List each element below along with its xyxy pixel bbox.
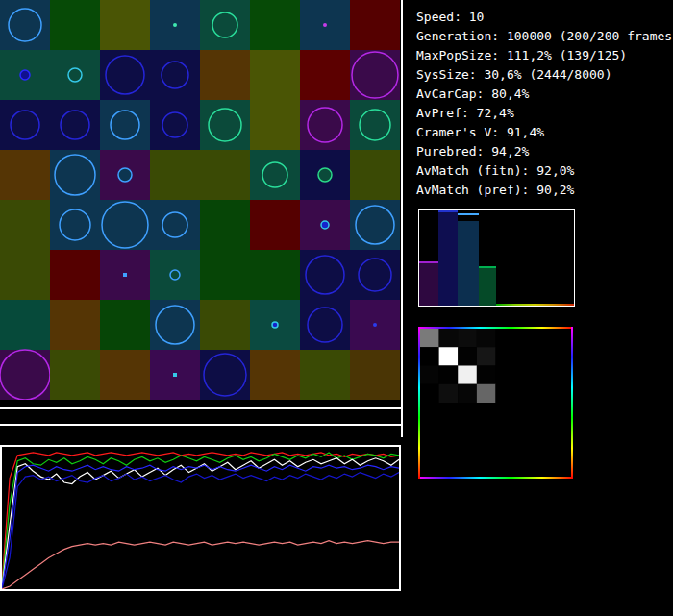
- matrix-cell: [514, 347, 534, 365]
- world-cell[interactable]: [350, 50, 400, 100]
- world-cell[interactable]: [300, 50, 350, 100]
- matrix-cell: [477, 384, 496, 403]
- population-bar-chart: m f: [418, 209, 575, 307]
- world-cell[interactable]: [100, 350, 150, 400]
- world-cell[interactable]: [150, 200, 200, 250]
- matrix-cell: [439, 403, 459, 421]
- matrix-cell: [477, 421, 496, 439]
- world-cell[interactable]: [350, 150, 400, 200]
- world-cell[interactable]: [250, 350, 300, 400]
- world-cell[interactable]: [150, 150, 200, 200]
- world-cell[interactable]: [200, 200, 250, 250]
- world-cell[interactable]: [250, 50, 300, 100]
- world-cell[interactable]: [250, 250, 300, 300]
- matrix-cell: [439, 440, 459, 458]
- preference-matrix-chart: [418, 327, 573, 479]
- world-cell[interactable]: [0, 200, 50, 250]
- world-cell[interactable]: [200, 150, 250, 200]
- world-cell[interactable]: [0, 100, 50, 150]
- world-cell[interactable]: [50, 50, 100, 100]
- world-cell[interactable]: [200, 250, 250, 300]
- matrix-cell: [477, 440, 496, 458]
- world-cell[interactable]: [50, 300, 100, 350]
- bar-cap: [438, 210, 458, 212]
- simulation-app-window: Speed: 10Generation: 100000 (200/200 fra…: [0, 0, 673, 616]
- matrix-cell: [514, 403, 534, 421]
- creature-mark: [173, 23, 177, 27]
- world-cell[interactable]: [200, 0, 250, 50]
- matrix-cell: [420, 458, 439, 477]
- world-cell[interactable]: [200, 50, 250, 100]
- world-cell[interactable]: [350, 200, 400, 250]
- world-cell[interactable]: [50, 0, 100, 50]
- world-cell[interactable]: [0, 250, 50, 300]
- world-cell[interactable]: [150, 100, 200, 150]
- world-cell[interactable]: [250, 200, 300, 250]
- stat-line: MaxPopSize: 111,2% (139/125): [416, 46, 666, 65]
- matrix-cell: [496, 403, 515, 421]
- world-cell[interactable]: [50, 250, 100, 300]
- matrix-cell: [514, 458, 534, 477]
- world-grid[interactable]: [0, 0, 400, 400]
- matrix-cell: [477, 329, 496, 347]
- creature-mark: [323, 23, 327, 27]
- matrix-cell: [534, 403, 553, 421]
- world-cell[interactable]: [100, 100, 150, 150]
- creature-mark: [321, 221, 329, 229]
- matrix-cell: [514, 421, 534, 439]
- matrix-cell: [458, 347, 477, 365]
- world-cell[interactable]: [150, 250, 200, 300]
- world-cell[interactable]: [200, 350, 250, 400]
- world-cell[interactable]: [250, 0, 300, 50]
- world-cell[interactable]: [50, 100, 100, 150]
- world-cell[interactable]: [100, 300, 150, 350]
- bar-cap: [479, 266, 496, 268]
- world-cell[interactable]: [200, 100, 250, 150]
- matrix-cell: [458, 329, 477, 347]
- world-cell[interactable]: [0, 300, 50, 350]
- history-line-chart: [0, 445, 401, 591]
- stat-line: Purebred: 94,2%: [416, 142, 666, 161]
- matrix-cell: [552, 347, 571, 365]
- world-cell[interactable]: [250, 100, 300, 150]
- history-series-avmatch-fitn: [2, 453, 399, 586]
- matrix-cell: [496, 347, 515, 365]
- world-cell[interactable]: [50, 200, 100, 250]
- matrix-cell: [496, 366, 515, 384]
- history-series-avmatch-pref: [2, 458, 399, 588]
- stat-line: Speed: 10: [416, 8, 666, 27]
- matrix-cell: [439, 366, 459, 384]
- world-cell[interactable]: [350, 0, 400, 50]
- bar-2: [458, 221, 479, 306]
- world-cell[interactable]: [100, 50, 150, 100]
- world-cell[interactable]: [50, 150, 100, 200]
- bar-1: [438, 210, 458, 306]
- world-cell[interactable]: [100, 0, 150, 50]
- world-cell[interactable]: [350, 100, 400, 150]
- stat-line: AvMatch (pref): 90,2%: [416, 181, 666, 200]
- world-cell[interactable]: [150, 50, 200, 100]
- stat-line: Generation: 100000 (200/200 frames): [416, 27, 666, 46]
- history-series-avcarcap: [2, 465, 399, 587]
- creature-mark: [173, 373, 177, 377]
- matrix-cell: [420, 347, 439, 365]
- creature-mark: [318, 168, 332, 182]
- world-cell[interactable]: [0, 0, 50, 50]
- world-cell[interactable]: [300, 350, 350, 400]
- stat-line: AvPref: 72,4%: [416, 104, 666, 123]
- world-cell[interactable]: [350, 350, 400, 400]
- world-cell[interactable]: [0, 150, 50, 200]
- matrix-cell: [420, 440, 439, 458]
- fitness-gradient-strip: [496, 304, 574, 306]
- world-cell[interactable]: [100, 200, 150, 250]
- world-cell[interactable]: [350, 250, 400, 300]
- matrix-cell: [420, 366, 439, 384]
- matrix-cell: [534, 366, 553, 384]
- world-cell[interactable]: [150, 300, 200, 350]
- world-cell[interactable]: [50, 350, 100, 400]
- matrix-cell: [514, 329, 534, 347]
- world-cell[interactable]: [200, 300, 250, 350]
- world-cell[interactable]: [300, 250, 350, 300]
- world-cell[interactable]: [250, 150, 300, 200]
- matrix-cell: [477, 366, 496, 384]
